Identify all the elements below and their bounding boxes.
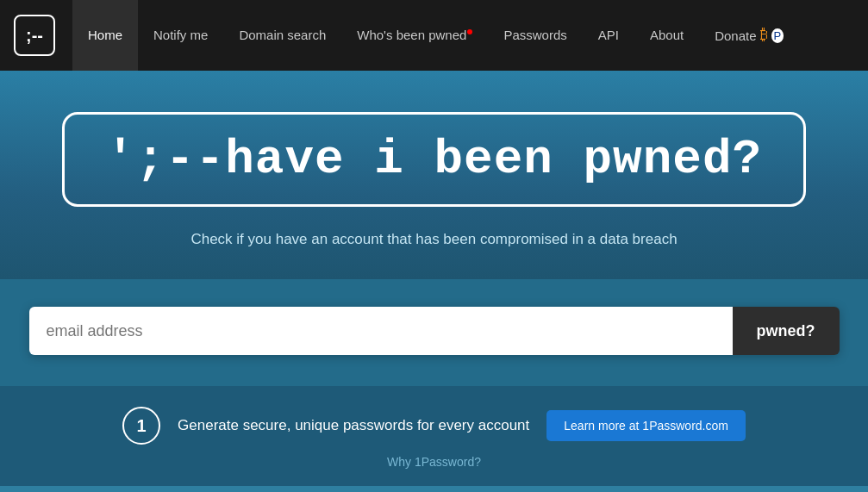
nav-link-about[interactable]: About <box>634 0 699 71</box>
nav-item-notify[interactable]: Notify me <box>138 0 223 71</box>
hero-title: ';--have i been pwned? <box>106 132 762 187</box>
nav-item-passwords[interactable]: Passwords <box>488 0 582 71</box>
nav-link-notify[interactable]: Notify me <box>138 0 223 71</box>
nav-link-pwned[interactable]: Who's been pwned <box>341 0 488 71</box>
email-input[interactable] <box>29 307 733 355</box>
hero-title-box: ';--have i been pwned? <box>62 112 806 207</box>
nav-link-domain[interactable]: Domain search <box>223 0 341 71</box>
promo-section: 1 Generate secure, unique passwords for … <box>0 386 868 486</box>
nav-link-home[interactable]: Home <box>72 0 138 71</box>
navbar: ;-- Home Notify me Domain search Who's b… <box>0 0 868 71</box>
pwned-button[interactable]: pwned? <box>733 307 840 355</box>
nav-item-pwned[interactable]: Who's been pwned <box>341 0 488 71</box>
search-form: pwned? <box>29 307 840 355</box>
nav-link-api[interactable]: API <box>583 0 634 71</box>
nav-item-about[interactable]: About <box>634 0 699 71</box>
donate-label: Donate <box>715 28 756 43</box>
bitcoin-icon: ₿ <box>760 27 768 44</box>
onepassword-logo-text: 1 <box>137 416 147 436</box>
donate-area[interactable]: Donate ₿ P <box>699 27 799 44</box>
nav-link-passwords[interactable]: Passwords <box>488 0 582 71</box>
promo-text: Generate secure, unique passwords for ev… <box>178 417 529 434</box>
search-section: pwned? <box>0 279 868 386</box>
nav-item-api[interactable]: API <box>583 0 634 71</box>
pwned-dot <box>467 29 472 34</box>
onepassword-logo: 1 <box>122 407 160 445</box>
nav-item-domain[interactable]: Domain search <box>223 0 341 71</box>
onepassword-cta-button[interactable]: Learn more at 1Password.com <box>546 410 746 441</box>
hero-subtitle: Check if you have an account that has be… <box>17 231 851 248</box>
paypal-icon: P <box>771 28 784 43</box>
hero-section: ';--have i been pwned? Check if you have… <box>0 71 868 279</box>
promo-row: 1 Generate secure, unique passwords for … <box>122 407 746 445</box>
nav-item-home[interactable]: Home <box>72 0 138 71</box>
logo-text: ;-- <box>26 26 43 46</box>
pwned-label: Who's been pwned <box>357 28 466 42</box>
why-onepassword-link[interactable]: Why 1Password? <box>387 455 481 469</box>
site-logo[interactable]: ;-- <box>14 15 55 56</box>
nav-menu: Home Notify me Domain search Who's been … <box>72 0 699 71</box>
